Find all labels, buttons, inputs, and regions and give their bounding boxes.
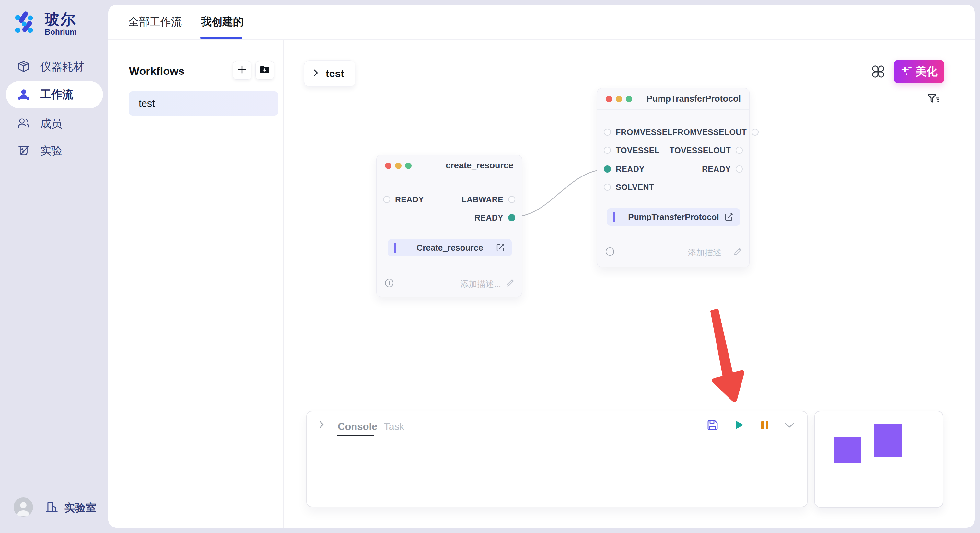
breadcrumb[interactable]: test bbox=[304, 60, 355, 87]
port-label: READY bbox=[702, 165, 731, 174]
input-port-solvent[interactable]: SOLVENT bbox=[604, 182, 654, 192]
breadcrumb-label: test bbox=[326, 68, 344, 80]
add-description[interactable]: 添加描述... bbox=[460, 279, 515, 290]
pencil-icon bbox=[733, 247, 742, 259]
port-label: LABWARE bbox=[462, 195, 503, 204]
tab-task[interactable]: Task bbox=[384, 421, 404, 433]
add-description[interactable]: 添加描述... bbox=[688, 247, 742, 259]
tab-console[interactable]: Console bbox=[338, 421, 377, 433]
add-workflow-button[interactable] bbox=[233, 61, 251, 80]
node-title: PumpTransferProtocol bbox=[646, 94, 741, 104]
port-circle[interactable] bbox=[508, 196, 515, 203]
action-label: Create_resource bbox=[417, 243, 483, 253]
port-label: FROMVESSELOUT bbox=[673, 128, 747, 137]
collapse-icon[interactable] bbox=[783, 419, 796, 431]
node-pump-transfer-protocol[interactable]: PumpTransferProtocol FROMVESSEL FROMVESS… bbox=[597, 88, 749, 268]
info-icon[interactable] bbox=[384, 278, 394, 290]
node-title: create_resource bbox=[445, 160, 513, 171]
package-icon bbox=[17, 60, 30, 73]
sidebar-item-experiments[interactable]: 实验 bbox=[0, 137, 103, 165]
node-dot-green bbox=[626, 96, 632, 102]
minimap[interactable] bbox=[815, 411, 943, 508]
bohrium-logo-icon bbox=[10, 9, 38, 39]
user-avatar[interactable] bbox=[14, 497, 33, 517]
command-grid-icon[interactable] bbox=[871, 64, 886, 80]
sidebar-item-members[interactable]: 成员 bbox=[0, 110, 103, 137]
sidebar-item-workflow[interactable]: 工作流 bbox=[6, 81, 103, 108]
port-circle[interactable] bbox=[604, 147, 611, 154]
port-label: READY bbox=[474, 213, 503, 222]
node-dot-yellow bbox=[395, 163, 401, 169]
filter-icon[interactable] bbox=[927, 93, 940, 108]
minimap-node bbox=[874, 424, 902, 457]
port-circle[interactable] bbox=[751, 128, 759, 136]
main-panel: 全部工作流 我创建的 Workflows test bbox=[108, 5, 975, 528]
input-port-ready[interactable]: READY bbox=[604, 165, 644, 174]
sidebar-item-label: 仪器耗材 bbox=[40, 59, 84, 74]
beautify-button[interactable]: 美化 bbox=[894, 60, 944, 83]
sidebar: 玻尔 Bohrium 仪器耗材 工作流 bbox=[0, 0, 108, 533]
app-name-en: Bohrium bbox=[45, 27, 77, 36]
workflow-icon bbox=[17, 88, 30, 102]
active-tab-underline bbox=[200, 36, 242, 39]
workspace-label: 实验室 bbox=[64, 501, 96, 515]
info-icon[interactable] bbox=[605, 247, 615, 259]
experiment-icon bbox=[17, 144, 30, 158]
node-create-resource[interactable]: create_resource READY LABWARE READY Crea… bbox=[376, 155, 522, 297]
port-label: FROMVESSEL bbox=[616, 128, 673, 137]
output-port-tovesselout[interactable]: TOVESSELOUT bbox=[670, 146, 743, 155]
minimap-node bbox=[834, 436, 861, 463]
port-circle-connected[interactable] bbox=[508, 214, 515, 221]
app-logo: 玻尔 Bohrium bbox=[10, 9, 77, 39]
node-header: PumpTransferProtocol bbox=[597, 89, 749, 110]
tab-created-by-me[interactable]: 我创建的 bbox=[201, 5, 244, 39]
edit-icon[interactable] bbox=[724, 212, 734, 222]
pause-icon[interactable] bbox=[759, 419, 771, 431]
output-port-ready[interactable]: READY bbox=[702, 165, 743, 174]
chevron-right-icon[interactable] bbox=[318, 420, 325, 430]
sidebar-item-label: 成员 bbox=[40, 116, 62, 131]
output-port-fromvesselout[interactable]: FROMVESSELOUT bbox=[673, 128, 759, 137]
port-circle[interactable] bbox=[604, 128, 611, 136]
port-circle[interactable] bbox=[383, 196, 390, 203]
workspace-switcher[interactable]: 实验室 bbox=[45, 500, 96, 516]
node-action-pump-transfer[interactable]: PumpTransferProtocol bbox=[607, 208, 740, 226]
console-panel: Console Task bbox=[306, 411, 808, 508]
plus-icon bbox=[237, 65, 247, 76]
save-icon[interactable] bbox=[706, 419, 719, 431]
input-port-ready[interactable]: READY bbox=[383, 195, 424, 204]
port-circle[interactable] bbox=[736, 147, 743, 154]
sidebar-item-label: 工作流 bbox=[40, 87, 73, 102]
node-dot-yellow bbox=[616, 96, 622, 102]
beautify-label: 美化 bbox=[915, 64, 937, 79]
pencil-icon bbox=[506, 279, 515, 290]
input-port-tovessel[interactable]: TOVESSEL bbox=[604, 146, 660, 155]
sidebar-item-consumables[interactable]: 仪器耗材 bbox=[0, 53, 103, 80]
action-accent-bar bbox=[613, 212, 615, 222]
workflow-list-item-test[interactable]: test bbox=[129, 91, 278, 116]
output-port-ready[interactable]: READY bbox=[474, 213, 515, 222]
port-label: TOVESSELOUT bbox=[670, 146, 731, 155]
port-label: SOLVENT bbox=[616, 182, 654, 192]
output-port-labware[interactable]: LABWARE bbox=[462, 195, 515, 204]
port-circle[interactable] bbox=[604, 184, 611, 191]
chevron-right-icon bbox=[312, 69, 319, 78]
edit-icon[interactable] bbox=[495, 243, 505, 252]
port-circle[interactable] bbox=[736, 165, 743, 173]
port-label: TOVESSEL bbox=[616, 146, 660, 155]
node-dot-red bbox=[606, 96, 612, 102]
app-name: 玻尔 bbox=[45, 11, 77, 27]
workflow-tabs: 全部工作流 我创建的 bbox=[108, 5, 975, 40]
port-label: READY bbox=[616, 165, 644, 174]
action-accent-bar bbox=[394, 243, 396, 253]
input-port-fromvessel[interactable]: FROMVESSEL bbox=[604, 128, 673, 137]
import-folder-button[interactable] bbox=[255, 61, 274, 80]
node-dot-green bbox=[405, 163, 412, 169]
run-icon[interactable] bbox=[732, 419, 745, 431]
port-circle-connected[interactable] bbox=[604, 165, 611, 173]
tab-all-workflows[interactable]: 全部工作流 bbox=[128, 5, 182, 39]
sidebar-item-label: 实验 bbox=[40, 143, 62, 159]
description-placeholder: 添加描述... bbox=[460, 279, 501, 290]
node-action-create-resource[interactable]: Create_resource bbox=[388, 239, 512, 257]
sparkles-icon bbox=[900, 65, 912, 79]
